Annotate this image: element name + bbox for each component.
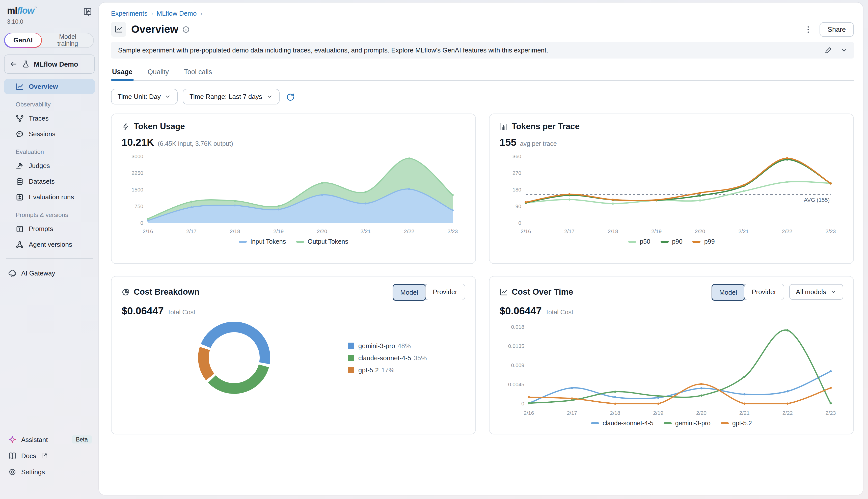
legend-item[interactable]: p50: [628, 238, 650, 245]
sidebar-item-label: Judges: [29, 162, 50, 170]
sidebar-divider: [6, 258, 93, 259]
main-panel: Experiments › MLflow Demo › Overview Sha…: [99, 2, 863, 495]
cost-over-time-model-provider-toggle: ModelProvider: [711, 284, 784, 300]
legend-item[interactable]: gemini-3-pro48%: [348, 342, 427, 349]
edit-description-icon[interactable]: [824, 46, 832, 54]
filter-bar: Time Unit: Day Time Range: Last 7 days: [111, 89, 854, 105]
logo-text-flow: flow: [17, 5, 34, 16]
sidebar-item-ai-gateway[interactable]: AI Gateway: [4, 265, 95, 281]
legend-item[interactable]: claude-sonnet-4-535%: [348, 354, 427, 362]
sidebar-item-docs[interactable]: Docs: [4, 448, 95, 464]
tab-usage[interactable]: Usage: [111, 66, 134, 80]
refresh-icon[interactable]: [285, 92, 294, 101]
bar-chart-icon: [500, 122, 508, 131]
legend-item[interactable]: Output Tokens: [296, 238, 348, 245]
experiment-switcher[interactable]: MLflow Demo: [4, 54, 95, 74]
app: mlflow™ 3.10.0 GenAI Model training MLfl…: [0, 0, 868, 499]
sidebar-item-label: Sessions: [29, 130, 56, 138]
toggle-option-model[interactable]: Model: [711, 284, 745, 301]
collapse-description-icon[interactable]: [840, 46, 848, 54]
legend-item[interactable]: Input Tokens: [239, 238, 286, 245]
sidebar-item-datasets[interactable]: Datasets: [4, 173, 95, 189]
svg-text:270: 270: [513, 170, 521, 176]
svg-text:360: 360: [513, 154, 521, 159]
svg-text:2/19: 2/19: [273, 228, 284, 234]
cost-over-time-card: Cost Over Time ModelProvider All models …: [489, 276, 854, 435]
sidebar-item-sessions[interactable]: Sessions: [4, 126, 95, 142]
sidebar-nav: Overview Observability Traces Sessions E…: [4, 79, 95, 252]
sidebar-item-judges[interactable]: Judges: [4, 158, 95, 173]
pie-chart-icon: [122, 288, 130, 296]
sidebar-item-overview[interactable]: Overview: [4, 79, 95, 94]
cost-breakdown-card: Cost Breakdown ModelProvider $0.06447 To…: [111, 276, 476, 435]
sparkle-icon: [8, 435, 17, 444]
genai-toggle[interactable]: GenAI: [5, 33, 41, 47]
tab-quality[interactable]: Quality: [147, 66, 170, 80]
sessions-icon: [16, 130, 24, 138]
breadcrumb-separator: ›: [151, 10, 153, 17]
book-icon: [8, 451, 17, 460]
svg-text:2/23: 2/23: [448, 228, 458, 234]
svg-text:0.009: 0.009: [511, 362, 524, 368]
toggle-option-provider[interactable]: Provider: [744, 284, 784, 300]
chart-legend: claude-sonnet-4-5gemini-3-progpt-5.2: [500, 420, 843, 427]
sidebar-item-assistant[interactable]: Assistant Beta: [4, 431, 95, 448]
breadcrumb-separator: ›: [200, 10, 202, 17]
sidebar-footer: Assistant Beta Docs Settings: [4, 431, 95, 499]
share-button[interactable]: Share: [820, 22, 854, 37]
all-models-dropdown[interactable]: All models: [789, 284, 843, 300]
svg-text:2/19: 2/19: [651, 228, 662, 234]
sidebar-item-prompts[interactable]: Prompts: [4, 221, 95, 236]
svg-text:2/21: 2/21: [738, 228, 749, 234]
svg-text:1500: 1500: [132, 187, 143, 193]
token-usage-card: Token Usage 10.21K (6.45K input, 3.76K o…: [111, 113, 476, 264]
legend-item[interactable]: gpt-5.217%: [348, 366, 427, 374]
time-range-dropdown[interactable]: Time Range: Last 7 days: [183, 89, 279, 105]
genai-toggle-border: GenAI: [4, 33, 42, 48]
ai-gateway-icon: [8, 269, 17, 277]
svg-text:90: 90: [515, 203, 521, 209]
svg-text:2/20: 2/20: [696, 410, 707, 416]
toggle-option-provider[interactable]: Provider: [425, 284, 465, 300]
sidebar-item-agent-versions[interactable]: Agent versions: [4, 236, 95, 252]
legend-item[interactable]: p90: [660, 238, 683, 245]
sidebar-item-evaluation-runs[interactable]: Evaluation runs: [4, 189, 95, 205]
cost-over-time-svg: 00.00450.0090.01350.0182/162/172/182/192…: [500, 321, 839, 418]
legend-item[interactable]: p99: [693, 238, 715, 245]
kebab-menu-icon[interactable]: [803, 24, 814, 35]
overview-chart-icon: [111, 22, 126, 37]
mlflow-logo[interactable]: mlflow™: [7, 6, 37, 15]
collapse-sidebar-icon[interactable]: [82, 6, 93, 17]
card-title: Token Usage: [134, 122, 185, 131]
toggle-option-model[interactable]: Model: [393, 284, 426, 301]
cost-breakdown-chart: gemini-3-pro48%claude-sonnet-4-535%gpt-5…: [122, 320, 465, 395]
chart-legend: p50p90p99: [500, 238, 843, 245]
svg-text:3000: 3000: [132, 154, 143, 159]
svg-text:2/18: 2/18: [230, 228, 240, 234]
svg-text:2/21: 2/21: [360, 228, 371, 234]
legend-item[interactable]: claude-sonnet-4-5: [591, 420, 653, 427]
sidebar-item-label: Datasets: [29, 178, 55, 185]
cost-breakdown-value: $0.06447: [122, 305, 164, 317]
legend-item[interactable]: gpt-5.2: [721, 420, 752, 427]
tokens-per-trace-value: 155: [500, 137, 516, 148]
time-unit-dropdown[interactable]: Time Unit: Day: [111, 89, 178, 105]
model-training-toggle[interactable]: Model training: [42, 33, 93, 47]
card-title: Cost Over Time: [512, 287, 573, 297]
breadcrumb-link-experiments[interactable]: Experiments: [111, 10, 148, 17]
cost-breakdown-legend: gemini-3-pro48%claude-sonnet-4-535%gpt-5…: [348, 342, 427, 374]
svg-text:0: 0: [518, 220, 521, 226]
sidebar-item-label: Assistant: [21, 436, 48, 443]
sidebar-item-traces[interactable]: Traces: [4, 110, 95, 126]
breadcrumb-link-experiment[interactable]: MLflow Demo: [157, 10, 197, 17]
info-icon[interactable]: [182, 25, 190, 33]
legend-item[interactable]: gemini-3-pro: [664, 420, 711, 427]
svg-text:2/20: 2/20: [317, 228, 327, 234]
sidebar-item-settings[interactable]: Settings: [4, 464, 95, 480]
tab-tool-calls[interactable]: Tool calls: [183, 66, 213, 80]
svg-text:180: 180: [513, 187, 521, 193]
back-arrow-icon[interactable]: [10, 60, 18, 68]
svg-text:2/16: 2/16: [524, 410, 534, 416]
cost-breakdown-detail: Total Cost: [167, 309, 195, 316]
cost-over-time-detail: Total Cost: [545, 309, 573, 316]
